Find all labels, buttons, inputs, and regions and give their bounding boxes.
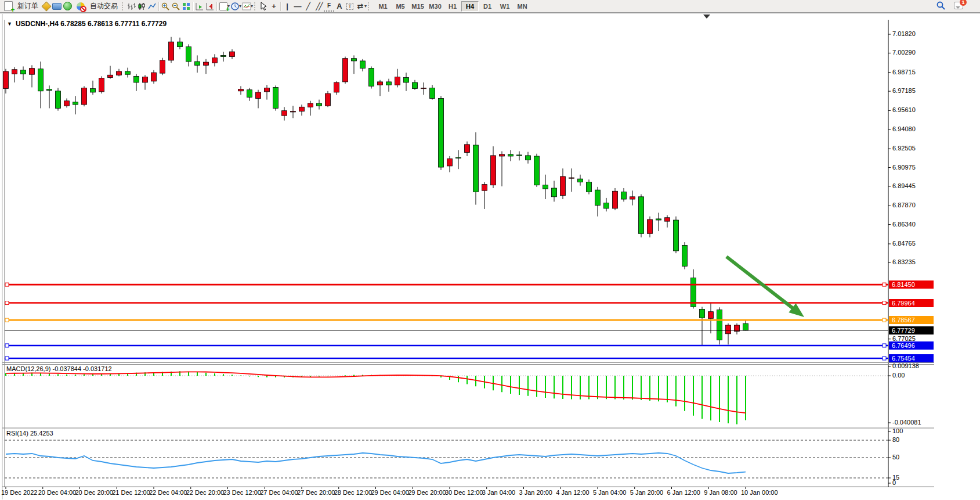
- timeframe-button-m15[interactable]: M15: [409, 1, 426, 12]
- zoom-out-icon[interactable]: [171, 1, 181, 11]
- timeframe-button-d1[interactable]: D1: [479, 1, 496, 12]
- price-axis-tick: 6.90975: [892, 164, 916, 171]
- bid-price-label: 6.77729: [889, 326, 934, 334]
- periods-clock-icon[interactable]: [230, 1, 240, 11]
- bull-candle: [291, 111, 296, 112]
- horizontal-line-icon[interactable]: —: [292, 1, 303, 11]
- bear-candle: [221, 55, 226, 56]
- bull-candle: [160, 60, 165, 73]
- bear-candle: [125, 71, 131, 74]
- bear-candle: [317, 103, 322, 106]
- time-axis-label: 20 Dec 20:00: [75, 489, 113, 496]
- bear-candle: [552, 188, 557, 197]
- bear-candle: [578, 179, 583, 182]
- arrows-icon[interactable]: ⇄: [355, 1, 366, 11]
- toolbar-drag-handle[interactable]: [368, 2, 371, 10]
- equidistant-channel-icon[interactable]: ╱╱: [313, 1, 324, 11]
- rsi-line: [6, 453, 746, 473]
- bear-candle: [386, 82, 392, 85]
- timeframe-button-h4[interactable]: H4: [461, 1, 479, 12]
- price-axis-tick: 7.00290: [892, 49, 916, 56]
- zoom-in-icon[interactable]: [160, 1, 171, 11]
- text-icon[interactable]: A: [334, 1, 345, 11]
- chat-icon[interactable]: 1: [953, 1, 964, 10]
- trendline-icon[interactable]: ╱: [303, 1, 313, 11]
- bull-candle: [465, 145, 470, 153]
- line-chart-icon[interactable]: [147, 1, 157, 11]
- auto-scroll-icon[interactable]: [194, 1, 205, 11]
- timeframe-button-h1[interactable]: H1: [444, 1, 461, 12]
- autotrading-button[interactable]: 自动交易: [73, 0, 121, 12]
- time-axis-label: 30 Dec 12:00: [445, 489, 483, 496]
- autotrading-icon[interactable]: [75, 1, 86, 11]
- bear-candle: [430, 88, 435, 98]
- chart-canvas[interactable]: [0, 1, 980, 500]
- new-order-button[interactable]: + 新订单: [0, 0, 41, 12]
- bear-candle: [369, 69, 374, 87]
- bear-candle: [639, 197, 644, 233]
- bull-candle: [230, 52, 235, 56]
- time-axis-label: 6 Jan 12:00: [667, 489, 701, 496]
- toolbar: + 新订单 自动交易: [0, 0, 980, 13]
- cursor-icon[interactable]: [258, 1, 269, 11]
- bear-candle: [47, 89, 52, 91]
- virtual-hosting-icon[interactable]: [52, 1, 62, 11]
- vertical-line-icon[interactable]: |: [282, 1, 292, 11]
- toolbar-drag-handle[interactable]: [122, 2, 125, 10]
- time-axis-label: 19 Dec 2022: [1, 489, 37, 496]
- price-axis-tick: 6.95610: [892, 106, 916, 113]
- text-label-icon[interactable]: T: [345, 1, 355, 11]
- templates-icon[interactable]: +: [218, 1, 229, 11]
- bear-candle: [595, 190, 601, 205]
- notification-badge: 1: [960, 0, 967, 6]
- candlestick-chart-icon[interactable]: [136, 1, 147, 11]
- line-handle: [883, 344, 886, 347]
- one-click-trading-toggle[interactable]: ▼: [7, 21, 12, 27]
- bar-chart-icon[interactable]: [126, 1, 136, 11]
- bull-candle: [143, 77, 148, 82]
- price-axis-tick: 6.86340: [892, 221, 916, 228]
- tile-windows-icon[interactable]: [181, 1, 191, 11]
- bull-candle: [12, 70, 17, 74]
- new-order-label: 新订单: [17, 1, 38, 11]
- toolbar-drag-handle[interactable]: [254, 2, 257, 10]
- metaeditor-icon[interactable]: [41, 1, 52, 11]
- bull-candle: [212, 58, 218, 63]
- bull-candle: [30, 69, 35, 75]
- bear-candle: [273, 87, 279, 108]
- new-order-icon[interactable]: +: [3, 1, 13, 11]
- timeframe-button-mn[interactable]: MN: [513, 1, 531, 12]
- bull-candle: [630, 197, 635, 199]
- rsi-indicator-label: RSI(14) 25.4253: [6, 430, 53, 437]
- timeframe-button-m5[interactable]: M5: [392, 1, 409, 12]
- time-axis-label: 22 Dec 20:00: [186, 489, 224, 496]
- bear-candle: [674, 220, 679, 251]
- bull-candle: [117, 71, 122, 75]
- crosshair-icon[interactable]: +: [269, 1, 279, 11]
- chart-title-text: USDCNH-,H4 6.78285 6.78613 6.77711 6.777…: [16, 20, 167, 28]
- bull-candle: [265, 88, 270, 91]
- price-axis-tick: 6.83235: [892, 258, 916, 265]
- signals-icon[interactable]: [62, 1, 73, 11]
- timeframe-button-w1[interactable]: W1: [496, 1, 513, 12]
- bull-candle: [64, 101, 70, 106]
- timeframe-button-m30[interactable]: M30: [426, 1, 444, 12]
- bear-candle: [543, 185, 548, 189]
- bull-candle: [569, 178, 574, 178]
- price-axis-tick: 6.98715: [892, 69, 916, 75]
- bull-candle: [482, 185, 487, 191]
- line-handle: [883, 301, 886, 305]
- time-axis-label: 3 Jan 20:00: [519, 489, 553, 496]
- bear-candle: [247, 90, 252, 98]
- bear-candle: [456, 157, 461, 158]
- bull-candle: [726, 325, 731, 334]
- fibonacci-icon[interactable]: F: [324, 1, 334, 12]
- line-handle: [5, 318, 9, 322]
- search-icon[interactable]: [935, 1, 946, 10]
- time-axis-label: 20 Dec 04:00: [38, 489, 76, 496]
- bear-candle: [360, 61, 366, 69]
- chart-shift-icon[interactable]: [205, 1, 215, 11]
- indicators-icon[interactable]: [241, 1, 252, 11]
- bear-candle: [56, 91, 61, 109]
- timeframe-button-m1[interactable]: M1: [374, 1, 392, 12]
